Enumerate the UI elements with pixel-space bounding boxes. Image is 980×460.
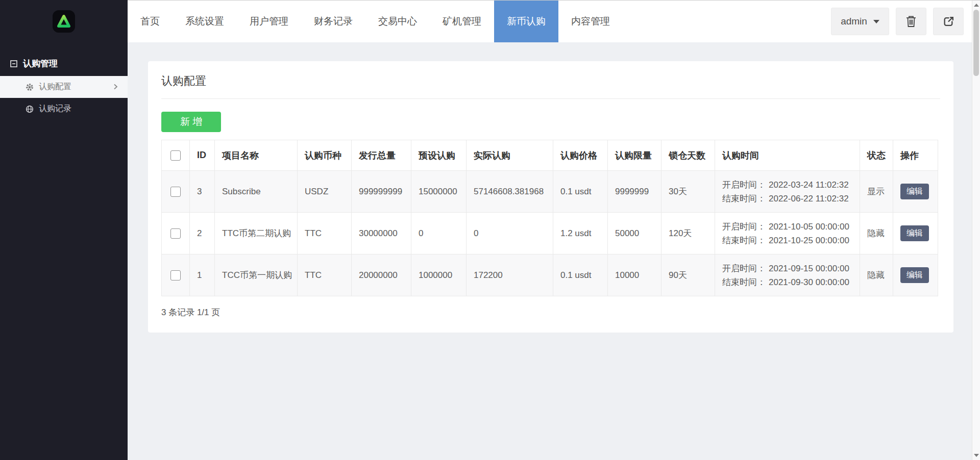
header-limit: 认购限量 [608,140,662,171]
cell-price: 0.1 usdt [553,254,608,296]
cell-lock-days: 30天 [662,171,715,213]
vertical-scrollbar[interactable] [972,0,980,460]
cell-actual: 172200 [467,254,553,296]
cell-id: 2 [190,213,215,254]
cell-preset: 15000000 [411,171,467,213]
cell-total-issue: 30000000 [352,213,411,254]
trash-icon [905,15,917,28]
cell-price: 1.2 usdt [553,213,608,254]
chevron-right-icon [111,83,119,91]
sidebar-section-label: 认购管理 [23,58,58,69]
header-time: 认购时间 [715,140,860,171]
edit-button[interactable]: 编辑 [900,184,929,199]
row-checkbox[interactable] [170,228,181,239]
cell-project: TTC币第二期认购 [215,213,298,254]
edit-button[interactable]: 编辑 [900,267,929,283]
globe-icon [26,105,34,113]
nav-item-new-coin-subscription[interactable]: 新币认购 [494,1,558,42]
header-actual: 实际认购 [467,140,553,171]
sidebar-section-subscription-management[interactable]: 认购管理 [0,58,128,69]
nav-item-miner-management[interactable]: 矿机管理 [430,1,494,42]
scrollbar-thumb[interactable] [973,10,979,76]
cell-project: TCC币第一期认购 [215,254,298,296]
cell-time: 开启时间：2022-03-24 11:02:32 结束时间：2022-06-22… [715,171,860,213]
gear-icon [26,83,34,91]
subscription-table: ID 项目名称 认购币种 发行总量 预设认购 实际认购 认购价格 认购限量 锁仓… [161,140,938,296]
brand-a-logo[interactable] [53,10,75,33]
cell-limit: 9999999 [608,171,662,213]
cell-preset: 0 [411,213,467,254]
subscription-config-card: 认购配置 新 增 ID 项目名称 认购币种 发行总量 预设认购 实际认购 [148,61,953,333]
row-checkbox[interactable] [170,270,181,280]
cell-id: 3 [190,171,215,213]
nav-item-trade-center[interactable]: 交易中心 [365,1,430,42]
cell-time: 开启时间：2021-09-15 00:00:00 结束时间：2021-09-30… [715,254,860,296]
cell-limit: 10000 [608,254,662,296]
header-total-issue: 发行总量 [352,140,411,171]
sidebar-item-subscription-records[interactable]: 认购记录 [0,98,128,120]
nav-item-system-settings[interactable]: 系统设置 [173,1,237,42]
page-title: 认购配置 [161,73,940,89]
main-content-area: 认购配置 新 增 ID 项目名称 认购币种 发行总量 预设认购 实际认购 [128,42,972,460]
table-header-row: ID 项目名称 认购币种 发行总量 预设认购 实际认购 认购价格 认购限量 锁仓… [162,140,938,171]
cell-coin: TTC [298,254,352,296]
cell-lock-days: 90天 [662,254,715,296]
cell-actual: 0 [467,213,553,254]
edit-button[interactable]: 编辑 [900,225,929,241]
cell-limit: 50000 [608,213,662,254]
cell-price: 0.1 usdt [553,171,608,213]
nav-item-home[interactable]: 首页 [128,1,173,42]
external-link-icon [943,16,954,28]
admin-label: admin [841,16,867,27]
status-badge: 隐藏 [860,213,893,254]
record-summary: 3 条记录 1/1 页 [161,306,940,318]
cell-project: Subscribe [215,171,298,213]
table-row: 2 TTC币第二期认购 TTC 30000000 0 0 1.2 usdt 50… [162,213,938,254]
header-lock-days: 锁仓天数 [662,140,715,171]
cell-coin: TTC [298,213,352,254]
sidebar-item-label: 认购配置 [39,82,71,92]
caret-down-icon [873,20,879,23]
header-coin: 认购币种 [298,140,352,171]
header-action: 操作 [893,140,938,171]
arrow-up-icon[interactable] [974,4,979,7]
select-all-checkbox[interactable] [170,150,181,161]
status-badge: 显示 [860,171,893,213]
export-button[interactable] [933,8,964,35]
cell-total-issue: 20000000 [352,254,411,296]
nav-item-content-management[interactable]: 内容管理 [558,1,623,42]
admin-menu-button[interactable]: admin [831,8,889,35]
cell-lock-days: 120天 [662,213,715,254]
sidebar: 认购管理 认购配置 认购记录 [0,0,128,460]
nav-toolbar: admin [831,1,972,42]
table-row: 1 TCC币第一期认购 TTC 20000000 1000000 172200 … [162,254,938,296]
brand-a-logo-glyph [55,13,72,30]
logo-area [0,0,128,42]
header-id: ID [190,140,215,171]
cell-coin: USDZ [298,171,352,213]
status-badge: 隐藏 [860,254,893,296]
nav-item-finance-records[interactable]: 财务记录 [301,1,365,42]
cell-preset: 1000000 [411,254,467,296]
table-row: 3 Subscribe USDZ 999999999 15000000 5714… [162,171,938,213]
cell-actual: 57146608.381968 [467,171,553,213]
header-project-name: 项目名称 [215,140,298,171]
sidebar-item-subscription-config[interactable]: 认购配置 [0,76,128,98]
row-checkbox[interactable] [170,187,181,197]
header-price: 认购价格 [553,140,608,171]
nav-item-user-management[interactable]: 用户管理 [237,1,301,42]
header-preset: 预设认购 [411,140,467,171]
cell-time: 开启时间：2021-10-05 00:00:00 结束时间：2021-10-25… [715,213,860,254]
title-divider [161,98,940,99]
add-button[interactable]: 新 增 [161,112,221,132]
minus-square-icon [10,60,17,67]
delete-button[interactable] [896,8,926,35]
top-navigation: 首页 系统设置 用户管理 财务记录 交易中心 矿机管理 新币认购 内容管理 ad… [128,0,972,42]
cell-total-issue: 999999999 [352,171,411,213]
sidebar-item-label: 认购记录 [39,104,71,114]
cell-id: 1 [190,254,215,296]
arrow-down-icon[interactable] [974,454,979,457]
header-status: 状态 [860,140,893,171]
